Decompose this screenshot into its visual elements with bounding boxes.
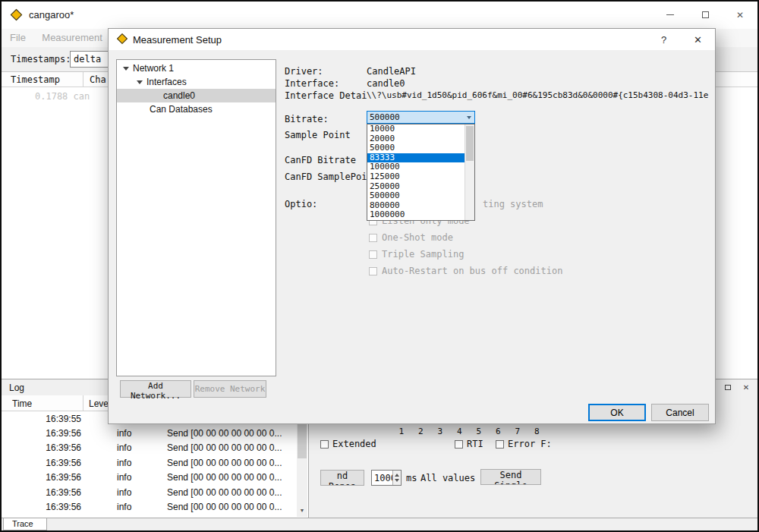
dialog-title: Measurement Setup <box>133 34 222 46</box>
checkbox-icon <box>369 267 377 275</box>
log-row[interactable]: 16:39:56 info Send [00 00 00 00 00 00 0.… <box>2 485 308 499</box>
spin-down-icon <box>395 479 399 482</box>
app-icon <box>11 9 23 21</box>
maximize-button[interactable] <box>688 2 723 28</box>
add-network-button[interactable]: Add Network... <box>120 380 191 398</box>
interface-detail-label: Interface Detai <box>285 90 367 101</box>
send-single-button[interactable]: Send Single <box>480 469 541 485</box>
checkbox-icon <box>455 440 463 449</box>
triple-sampling-checkbox: Triple Sampling <box>369 249 464 260</box>
log-row[interactable]: 16:39:56 info Send [00 00 00 00 00 00 0.… <box>2 426 308 440</box>
tree-item-can-databases[interactable]: Can Databases <box>117 102 276 116</box>
ms-label: ms <box>406 473 417 483</box>
dialog-icon <box>117 33 128 44</box>
driver-label: Driver: <box>285 66 323 77</box>
bitrate-dropdown-list: 10000 20000 50000 83333 100000 125000 25… <box>367 124 475 221</box>
log-row[interactable]: 16:39:56 info Send [00 00 00 00 00 00 0.… <box>2 499 308 514</box>
measurement-setup-dialog: Measurement Setup ? ✕ Network 1 Interfac… <box>108 28 716 424</box>
canfd-bitrate-label: CanFD Bitrate <box>285 155 356 165</box>
log-dock-buttons: ✕ <box>720 381 754 394</box>
log-col-level[interactable]: Leve <box>83 395 109 411</box>
error-frame-checkbox[interactable]: Error F: <box>496 439 552 449</box>
log-row[interactable]: 16:39:56 info Send [00 00 00 00 00 00 0.… <box>2 471 308 485</box>
dialog-titlebar: Measurement Setup ? ✕ <box>109 29 715 50</box>
help-button[interactable]: ? <box>647 29 681 50</box>
option-os-timestamps-fragment: ting system <box>483 199 543 209</box>
window-title: cangaroo* <box>29 9 74 20</box>
dialog-close-button[interactable]: ✕ <box>681 29 715 50</box>
bitrate-combo[interactable]: 500000 <box>367 111 475 124</box>
dropdown-item[interactable]: 1000000 <box>367 210 474 220</box>
tree-item-network1[interactable]: Network 1 <box>117 61 276 75</box>
driver-value: CandleAPI <box>367 66 416 77</box>
close-icon: ✕ <box>736 10 744 20</box>
remove-network-button[interactable]: Remove Network <box>194 380 266 398</box>
combo-arrow-icon <box>467 116 471 119</box>
log-row[interactable]: 16:39:56 info Send [00 00 00 00 00 00 0.… <box>2 441 308 455</box>
checkbox-icon <box>369 250 377 259</box>
tree-item-candle0[interactable]: candle0 <box>117 89 276 102</box>
dialog-close-icon: ✕ <box>694 34 702 46</box>
log-title: Log <box>9 382 24 393</box>
checkbox-icon <box>496 440 504 449</box>
send-repeat-button[interactable]: nd Repea <box>320 470 364 486</box>
minimize-icon <box>666 14 674 15</box>
auto-restart-checkbox: Auto-Restart on bus off condition <box>369 266 562 276</box>
trace-row[interactable]: 0.1788 can <box>35 91 90 102</box>
menu-file[interactable]: File <box>3 29 33 46</box>
maximize-icon <box>702 11 709 18</box>
interval-spinner[interactable]: 1000 <box>371 470 402 486</box>
log-col-time[interactable]: Time <box>2 395 83 411</box>
log-close-button[interactable]: ✕ <box>739 381 754 394</box>
canfd-samplepoint-label: CanFD SamplePoin <box>285 172 373 182</box>
scrollbar-thumb[interactable] <box>466 126 474 161</box>
spinner-arrows[interactable] <box>392 471 401 485</box>
spin-up-icon <box>395 474 399 477</box>
one-shot-checkbox: One-Shot mode <box>369 232 453 243</box>
checkbox-icon <box>320 440 329 449</box>
window-controls: ✕ <box>653 2 757 28</box>
trace-tab[interactable]: Trace <box>3 518 47 530</box>
menu-measurement[interactable]: Measurement <box>35 29 109 46</box>
interface-value: candle0 <box>367 78 405 89</box>
interface-label: Interface: <box>285 78 339 89</box>
dropdown-item[interactable]: 10000 <box>367 124 474 134</box>
dropdown-item[interactable]: 50000 <box>367 143 474 153</box>
timestamps-label: Timestamps: <box>11 54 71 65</box>
chevron-down-icon <box>137 80 143 84</box>
trace-col-timestamp[interactable]: Timestamp <box>2 72 83 87</box>
log-scrollbar[interactable]: ▼ <box>297 411 307 517</box>
dropdown-item[interactable]: 125000 <box>367 172 474 182</box>
checkbox-icon <box>369 234 377 242</box>
options-label: Optio: <box>285 199 317 209</box>
dialog-controls: ? ✕ <box>647 29 715 50</box>
scroll-down-icon[interactable]: ▼ <box>297 504 307 517</box>
tree-item-interfaces[interactable]: Interfaces <box>117 75 276 89</box>
undock-button[interactable] <box>720 381 735 394</box>
sample-point-label: Sample Point <box>285 130 351 140</box>
cancel-button[interactable]: Cancel <box>651 404 709 421</box>
interface-detail-value: \\?\usb#vid_1d50&pid_606f&mi_00#6&195cb8… <box>367 90 715 100</box>
byte-column-headers: 1 2 3 4 5 6 7 8 <box>392 427 546 436</box>
float-icon <box>725 385 731 390</box>
dropdown-scrollbar[interactable] <box>465 124 474 220</box>
dialog-body: Network 1 Interfaces candle0 Can Databas… <box>109 50 715 424</box>
application-window: cangaroo* ✕ File Measurement Timestamps:… <box>0 0 759 532</box>
ok-button[interactable]: OK <box>588 404 646 421</box>
network-tree: Network 1 Interfaces candle0 Can Databas… <box>116 59 276 376</box>
dock-close-icon: ✕ <box>743 383 749 392</box>
status-bar: Trace <box>2 518 757 530</box>
chevron-down-icon <box>123 67 129 71</box>
all-values-label: All values <box>420 473 475 483</box>
rtr-checkbox[interactable]: RTI <box>455 439 483 449</box>
minimize-button[interactable] <box>653 2 688 28</box>
main-titlebar: cangaroo* ✕ <box>2 2 757 29</box>
dropdown-item[interactable]: 500000 <box>367 191 474 201</box>
close-button[interactable]: ✕ <box>723 2 757 28</box>
log-row[interactable]: 16:39:56 info Send [00 00 00 00 00 00 0.… <box>2 455 308 470</box>
bitrate-label: Bitrate: <box>285 114 329 124</box>
extended-checkbox[interactable]: Extended <box>320 439 376 449</box>
timestamps-combo[interactable]: delta <box>70 51 109 68</box>
